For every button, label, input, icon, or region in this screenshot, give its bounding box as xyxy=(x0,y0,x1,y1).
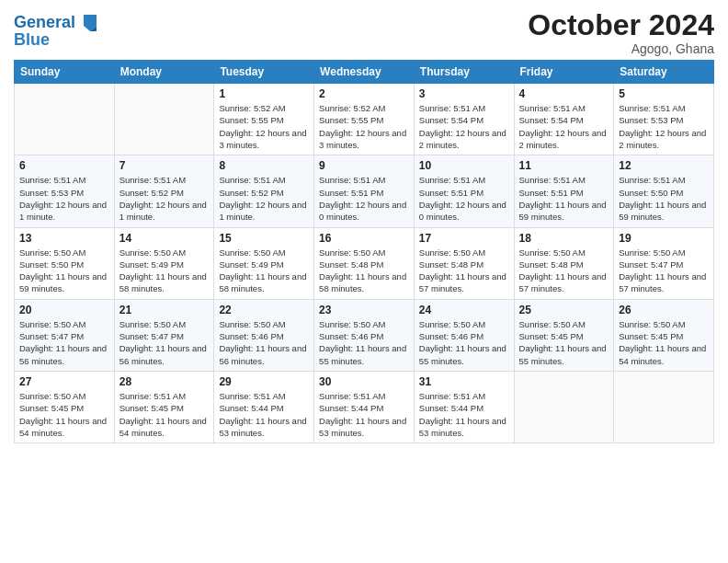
calendar-cell: 9Sunrise: 5:51 AM Sunset: 5:51 PM Daylig… xyxy=(314,155,415,227)
calendar-cell: 29Sunrise: 5:51 AM Sunset: 5:44 PM Dayli… xyxy=(214,371,314,442)
day-number: 20 xyxy=(19,304,109,316)
calendar-cell: 18Sunrise: 5:50 AM Sunset: 5:48 PM Dayli… xyxy=(514,227,614,299)
day-info: Sunrise: 5:51 AM Sunset: 5:45 PM Dayligh… xyxy=(119,390,210,439)
day-info: Sunrise: 5:51 AM Sunset: 5:53 PM Dayligh… xyxy=(619,102,709,151)
calendar-cell: 20Sunrise: 5:50 AM Sunset: 5:47 PM Dayli… xyxy=(15,299,115,371)
day-info: Sunrise: 5:50 AM Sunset: 5:45 PM Dayligh… xyxy=(619,318,709,367)
calendar-cell: 3Sunrise: 5:51 AM Sunset: 5:54 PM Daylig… xyxy=(414,84,514,155)
day-info: Sunrise: 5:51 AM Sunset: 5:44 PM Dayligh… xyxy=(219,390,309,439)
weekday-header-tuesday: Tuesday xyxy=(214,61,314,84)
calendar-cell: 11Sunrise: 5:51 AM Sunset: 5:51 PM Dayli… xyxy=(514,155,614,227)
calendar-cell: 15Sunrise: 5:50 AM Sunset: 5:49 PM Dayli… xyxy=(214,227,314,299)
day-info: Sunrise: 5:51 AM Sunset: 5:51 PM Dayligh… xyxy=(419,174,509,223)
day-info: Sunrise: 5:50 AM Sunset: 5:47 PM Dayligh… xyxy=(619,247,709,295)
calendar-cell: 21Sunrise: 5:50 AM Sunset: 5:47 PM Dayli… xyxy=(114,299,214,371)
day-number: 11 xyxy=(519,159,609,172)
page-container: General Blue October 2024 Agogo, Ghana S… xyxy=(0,0,728,453)
calendar-cell xyxy=(114,84,214,155)
day-number: 13 xyxy=(19,232,109,245)
day-number: 8 xyxy=(219,159,309,172)
day-info: Sunrise: 5:52 AM Sunset: 5:55 PM Dayligh… xyxy=(219,102,309,151)
day-info: Sunrise: 5:50 AM Sunset: 5:46 PM Dayligh… xyxy=(319,318,409,367)
weekday-header-thursday: Thursday xyxy=(414,61,514,84)
day-info: Sunrise: 5:51 AM Sunset: 5:44 PM Dayligh… xyxy=(319,390,409,439)
week-row-5: 27Sunrise: 5:50 AM Sunset: 5:45 PM Dayli… xyxy=(15,371,714,442)
calendar-cell: 5Sunrise: 5:51 AM Sunset: 5:53 PM Daylig… xyxy=(614,84,714,155)
day-info: Sunrise: 5:50 AM Sunset: 5:48 PM Dayligh… xyxy=(319,247,409,295)
calendar-cell: 24Sunrise: 5:50 AM Sunset: 5:46 PM Dayli… xyxy=(414,299,514,371)
day-info: Sunrise: 5:50 AM Sunset: 5:45 PM Dayligh… xyxy=(19,390,109,439)
day-number: 2 xyxy=(319,87,409,100)
day-number: 25 xyxy=(519,304,609,316)
week-row-2: 6Sunrise: 5:51 AM Sunset: 5:53 PM Daylig… xyxy=(15,155,714,227)
day-info: Sunrise: 5:51 AM Sunset: 5:53 PM Dayligh… xyxy=(19,174,109,223)
day-number: 10 xyxy=(419,159,509,172)
weekday-header-saturday: Saturday xyxy=(614,61,714,84)
weekday-header-monday: Monday xyxy=(114,61,214,84)
weekday-header-sunday: Sunday xyxy=(15,61,115,84)
day-info: Sunrise: 5:50 AM Sunset: 5:48 PM Dayligh… xyxy=(419,247,509,295)
logo: General Blue xyxy=(14,13,98,50)
calendar-cell: 4Sunrise: 5:51 AM Sunset: 5:54 PM Daylig… xyxy=(514,84,614,155)
title-block: October 2024 Agogo, Ghana xyxy=(528,9,714,56)
day-number: 17 xyxy=(419,232,509,245)
day-info: Sunrise: 5:51 AM Sunset: 5:51 PM Dayligh… xyxy=(319,174,409,223)
calendar-table: SundayMondayTuesdayWednesdayThursdayFrid… xyxy=(14,60,714,443)
calendar-cell: 30Sunrise: 5:51 AM Sunset: 5:44 PM Dayli… xyxy=(314,371,415,442)
calendar-cell: 1Sunrise: 5:52 AM Sunset: 5:55 PM Daylig… xyxy=(214,84,314,155)
day-number: 15 xyxy=(219,232,309,245)
day-info: Sunrise: 5:51 AM Sunset: 5:54 PM Dayligh… xyxy=(519,102,609,151)
day-number: 21 xyxy=(119,304,210,316)
day-info: Sunrise: 5:51 AM Sunset: 5:52 PM Dayligh… xyxy=(219,174,309,223)
calendar-cell: 10Sunrise: 5:51 AM Sunset: 5:51 PM Dayli… xyxy=(414,155,514,227)
weekday-header-wednesday: Wednesday xyxy=(314,61,415,84)
day-number: 19 xyxy=(619,232,709,245)
day-info: Sunrise: 5:51 AM Sunset: 5:52 PM Dayligh… xyxy=(119,174,210,223)
calendar-cell: 12Sunrise: 5:51 AM Sunset: 5:50 PM Dayli… xyxy=(614,155,714,227)
day-number: 31 xyxy=(419,375,509,388)
day-info: Sunrise: 5:51 AM Sunset: 5:44 PM Dayligh… xyxy=(419,390,509,439)
calendar-cell xyxy=(614,371,714,442)
calendar-cell: 8Sunrise: 5:51 AM Sunset: 5:52 PM Daylig… xyxy=(214,155,314,227)
day-info: Sunrise: 5:51 AM Sunset: 5:51 PM Dayligh… xyxy=(519,174,609,223)
day-info: Sunrise: 5:50 AM Sunset: 5:46 PM Dayligh… xyxy=(219,318,309,367)
day-info: Sunrise: 5:51 AM Sunset: 5:50 PM Dayligh… xyxy=(619,174,709,223)
day-number: 23 xyxy=(319,304,409,316)
calendar-cell: 19Sunrise: 5:50 AM Sunset: 5:47 PM Dayli… xyxy=(614,227,714,299)
day-number: 4 xyxy=(519,87,609,100)
calendar-cell: 14Sunrise: 5:50 AM Sunset: 5:49 PM Dayli… xyxy=(114,227,214,299)
day-number: 1 xyxy=(219,87,309,100)
day-info: Sunrise: 5:50 AM Sunset: 5:45 PM Dayligh… xyxy=(519,318,609,367)
day-number: 9 xyxy=(319,159,409,172)
calendar-cell: 7Sunrise: 5:51 AM Sunset: 5:52 PM Daylig… xyxy=(114,155,214,227)
day-info: Sunrise: 5:50 AM Sunset: 5:47 PM Dayligh… xyxy=(119,318,210,367)
day-number: 24 xyxy=(419,304,509,316)
week-row-4: 20Sunrise: 5:50 AM Sunset: 5:47 PM Dayli… xyxy=(15,299,714,371)
day-number: 7 xyxy=(119,159,210,172)
location: Agogo, Ghana xyxy=(528,41,714,56)
day-info: Sunrise: 5:50 AM Sunset: 5:47 PM Dayligh… xyxy=(19,318,109,367)
day-info: Sunrise: 5:50 AM Sunset: 5:50 PM Dayligh… xyxy=(19,247,109,295)
calendar-cell xyxy=(514,371,614,442)
month-title: October 2024 xyxy=(528,9,714,41)
calendar-cell: 28Sunrise: 5:51 AM Sunset: 5:45 PM Dayli… xyxy=(114,371,214,442)
week-row-3: 13Sunrise: 5:50 AM Sunset: 5:50 PM Dayli… xyxy=(15,227,714,299)
day-number: 26 xyxy=(619,304,709,316)
day-info: Sunrise: 5:50 AM Sunset: 5:46 PM Dayligh… xyxy=(419,318,509,367)
day-number: 18 xyxy=(519,232,609,245)
day-info: Sunrise: 5:51 AM Sunset: 5:54 PM Dayligh… xyxy=(419,102,509,151)
day-number: 29 xyxy=(219,375,309,388)
calendar-cell: 23Sunrise: 5:50 AM Sunset: 5:46 PM Dayli… xyxy=(314,299,415,371)
logo-blue: Blue xyxy=(14,31,98,50)
day-number: 16 xyxy=(319,232,409,245)
calendar-cell: 26Sunrise: 5:50 AM Sunset: 5:45 PM Dayli… xyxy=(614,299,714,371)
day-number: 30 xyxy=(319,375,409,388)
day-number: 28 xyxy=(119,375,210,388)
day-info: Sunrise: 5:50 AM Sunset: 5:49 PM Dayligh… xyxy=(219,247,309,295)
day-number: 5 xyxy=(619,87,709,100)
weekday-header-friday: Friday xyxy=(514,61,614,84)
calendar-cell: 13Sunrise: 5:50 AM Sunset: 5:50 PM Dayli… xyxy=(15,227,115,299)
calendar-cell: 31Sunrise: 5:51 AM Sunset: 5:44 PM Dayli… xyxy=(414,371,514,442)
day-info: Sunrise: 5:50 AM Sunset: 5:48 PM Dayligh… xyxy=(519,247,609,295)
day-number: 6 xyxy=(19,159,109,172)
